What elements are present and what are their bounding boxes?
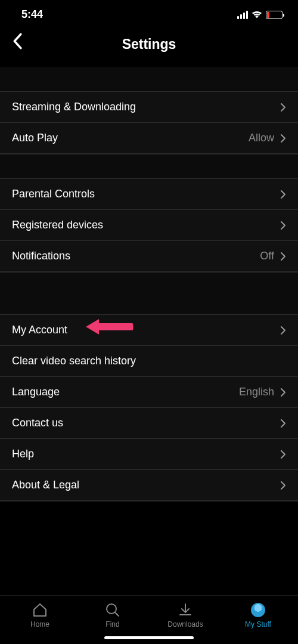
nav-label: Home	[30, 620, 49, 628]
chevron-right-icon	[280, 419, 286, 428]
row-label: My Account	[12, 324, 67, 336]
nav-label: Find	[105, 620, 119, 628]
page-header: Settings	[0, 26, 298, 67]
nav-find[interactable]: Find	[76, 602, 149, 628]
row-label: Help	[12, 448, 34, 460]
row-clear-history[interactable]: Clear video search history	[0, 346, 298, 377]
row-label: Auto Play	[12, 132, 58, 144]
group-gap	[0, 154, 298, 179]
back-button[interactable]	[12, 33, 23, 52]
nav-label: My Stuff	[245, 620, 271, 628]
row-help[interactable]: Help	[0, 439, 298, 470]
row-label: Language	[12, 386, 60, 398]
nav-label: Downloads	[167, 620, 203, 628]
chevron-right-icon	[280, 252, 286, 261]
row-streaming-downloading[interactable]: Streaming & Downloading	[0, 92, 298, 123]
row-label: Registered devices	[12, 219, 103, 231]
row-about-legal[interactable]: About & Legal	[0, 470, 298, 501]
group-gap	[0, 272, 298, 315]
chevron-right-icon	[280, 388, 286, 397]
status-indicators	[237, 11, 283, 19]
chevron-right-icon	[280, 190, 286, 199]
row-value: English	[239, 386, 274, 398]
nav-my-stuff[interactable]: My Stuff	[222, 602, 294, 628]
settings-content: Streaming & Downloading Auto Play Allow …	[0, 67, 298, 501]
cellular-signal-icon	[237, 11, 248, 19]
page-title: Settings	[122, 36, 176, 52]
home-indicator[interactable]	[104, 636, 194, 639]
group-gap	[0, 67, 298, 92]
row-label: Streaming & Downloading	[12, 101, 136, 113]
avatar-icon	[251, 602, 265, 618]
chevron-right-icon	[280, 481, 286, 490]
download-icon	[178, 602, 193, 618]
status-bar: 5:44	[0, 0, 298, 26]
row-label: About & Legal	[12, 479, 79, 491]
row-parental-controls[interactable]: Parental Controls	[0, 179, 298, 210]
wifi-icon	[252, 11, 262, 19]
row-value: Off	[260, 250, 274, 262]
row-label: Notifications	[12, 250, 70, 262]
home-icon	[32, 602, 48, 618]
row-language[interactable]: Language English	[0, 377, 298, 408]
row-registered-devices[interactable]: Registered devices	[0, 210, 298, 241]
row-label: Clear video search history	[12, 355, 136, 367]
row-auto-play[interactable]: Auto Play Allow	[0, 123, 298, 154]
chevron-right-icon	[280, 326, 286, 335]
row-contact-us[interactable]: Contact us	[0, 408, 298, 439]
battery-icon	[266, 11, 283, 19]
nav-home[interactable]: Home	[4, 602, 76, 628]
annotation-arrow-icon	[86, 318, 134, 336]
row-notifications[interactable]: Notifications Off	[0, 241, 298, 272]
chevron-right-icon	[280, 221, 286, 230]
row-value: Allow	[249, 132, 274, 144]
nav-downloads[interactable]: Downloads	[149, 602, 222, 628]
chevron-left-icon	[12, 33, 23, 49]
row-my-account[interactable]: My Account	[0, 315, 298, 346]
chevron-right-icon	[280, 450, 286, 459]
status-time: 5:44	[21, 8, 43, 21]
chevron-right-icon	[280, 134, 286, 143]
row-label: Parental Controls	[12, 188, 95, 200]
chevron-right-icon	[280, 103, 286, 112]
search-icon	[105, 602, 120, 618]
row-label: Contact us	[12, 417, 63, 429]
